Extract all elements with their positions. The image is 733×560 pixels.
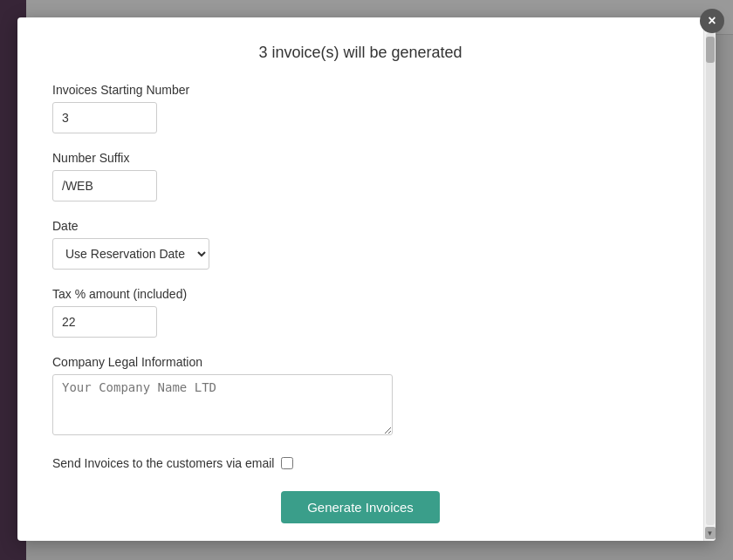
- date-label: Date: [52, 219, 668, 233]
- suffix-label: Number Suffix: [52, 151, 668, 165]
- company-info-group: Company Legal Information: [52, 355, 668, 439]
- company-info-label: Company Legal Information: [52, 355, 668, 369]
- suffix-input[interactable]: [52, 170, 157, 201]
- scrollbar-thumb[interactable]: [706, 37, 715, 63]
- scrollbar[interactable]: ▲ ▼: [703, 17, 716, 541]
- scroll-down-button[interactable]: ▼: [705, 527, 716, 539]
- starting-number-input[interactable]: [52, 102, 157, 133]
- modal-title: 3 invoice(s) will be generated: [52, 44, 668, 62]
- modal-dialog: × 3 invoice(s) will be generated Invoice…: [17, 17, 716, 541]
- date-select[interactable]: Use Reservation Date Use Today's Date Cu…: [52, 238, 209, 270]
- email-checkbox-label: Send Invoices to the customers via email: [52, 456, 274, 470]
- scrollbar-track-area[interactable]: [706, 33, 715, 525]
- tax-label: Tax % amount (included): [52, 287, 668, 301]
- starting-number-group: Invoices Starting Number: [52, 83, 668, 133]
- close-icon: ×: [708, 13, 716, 29]
- tax-group: Tax % amount (included): [52, 287, 668, 338]
- generate-invoices-label: Generate Invoices: [307, 500, 414, 515]
- company-info-textarea[interactable]: [52, 374, 393, 435]
- date-group: Date Use Reservation Date Use Today's Da…: [52, 219, 668, 270]
- email-checkbox[interactable]: [281, 457, 293, 469]
- modal-overlay: × 3 invoice(s) will be generated Invoice…: [0, 0, 733, 560]
- generate-invoices-button[interactable]: Generate Invoices: [281, 491, 440, 523]
- tax-input[interactable]: [52, 306, 157, 338]
- starting-number-label: Invoices Starting Number: [52, 83, 668, 97]
- email-checkbox-group: Send Invoices to the customers via email: [52, 456, 668, 470]
- modal-body: 3 invoice(s) will be generated Invoices …: [17, 17, 703, 541]
- suffix-group: Number Suffix: [52, 151, 668, 201]
- close-button[interactable]: ×: [700, 9, 724, 33]
